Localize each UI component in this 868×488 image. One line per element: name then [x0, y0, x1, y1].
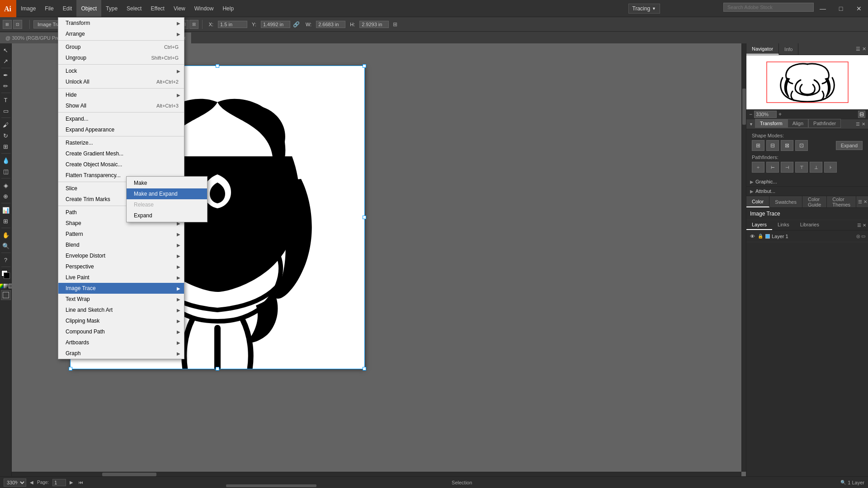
gradient-mode-btn[interactable]	[4, 284, 8, 288]
type-tool[interactable]: T	[1, 95, 11, 105]
menu-type[interactable]: Type	[101, 0, 122, 17]
fit-page-icon[interactable]: ⊟	[858, 111, 865, 118]
pathfinder-panel-options[interactable]: ☰	[856, 122, 860, 127]
symbol-tool[interactable]: ⊕	[1, 191, 11, 201]
submenu-make[interactable]: Make	[127, 178, 207, 188]
menu-item-arrange[interactable]: Arrange ▶	[58, 28, 184, 39]
menu-item-perspective[interactable]: Perspective ▶	[58, 261, 184, 272]
links-tab[interactable]: Links	[772, 220, 795, 230]
menu-item-envelope-distort[interactable]: Envelope Distort ▶	[58, 250, 184, 261]
menu-object[interactable]: Object	[76, 0, 101, 17]
menu-item-line-sketch-art[interactable]: Line and Sketch Art ▶	[58, 305, 184, 315]
navigator-tab[interactable]: Navigator	[746, 43, 779, 55]
menu-item-graph[interactable]: Graph ▶	[58, 348, 184, 359]
menu-effect[interactable]: Effect	[146, 0, 169, 17]
submenu-make-and-expand[interactable]: Make and Expand	[127, 188, 207, 199]
layer-1-row[interactable]: 👁 🔒 Layer 1 ◎ ▭	[746, 230, 868, 242]
gradient-tool[interactable]: ◫	[1, 166, 11, 176]
menu-item-ungroup[interactable]: Ungroup Shift+Ctrl+G	[58, 52, 184, 63]
menu-item-expand-appearance[interactable]: Expand Appearance	[58, 124, 184, 135]
expand-btn[interactable]: Expand	[836, 141, 863, 150]
menu-item-live-paint[interactable]: Live Paint ▶	[58, 272, 184, 283]
collapse-icon[interactable]: ▼	[749, 122, 753, 127]
paintbrush-tool[interactable]: 🖌	[1, 120, 11, 130]
options-icon[interactable]: ⊡	[13, 20, 22, 29]
minus-back-btn[interactable]: ⊦	[824, 162, 837, 173]
menu-item-lock[interactable]: Lock ▶	[58, 66, 184, 76]
menu-item-unlock-all[interactable]: Unlock All Alt+Ctrl+2	[58, 76, 184, 87]
menu-image[interactable]: Image	[16, 0, 40, 17]
search-input[interactable]	[723, 3, 814, 12]
menu-window[interactable]: Window	[190, 0, 218, 17]
attributes-item[interactable]: ▶ Attribut...	[746, 187, 868, 196]
menu-help[interactable]: Help	[218, 0, 238, 17]
zoom-tool[interactable]: 🔍	[1, 241, 11, 251]
zoom-out-icon[interactable]: −	[749, 111, 752, 117]
menu-item-hide[interactable]: Hide ▶	[58, 89, 184, 100]
align-tab[interactable]: Align	[788, 119, 808, 128]
arrange-icon[interactable]: ⊞	[3, 20, 12, 29]
menu-file[interactable]: File	[40, 0, 58, 17]
eyedropper-tool[interactable]: 💧	[1, 155, 11, 165]
swatches-tab[interactable]: Swatches	[769, 196, 802, 207]
search-status-icon[interactable]: 🔍	[840, 480, 846, 485]
rotate-tool[interactable]: ↻	[1, 131, 11, 141]
artboard-tool[interactable]: ⊞	[1, 216, 11, 226]
maximize-button[interactable]: □	[832, 0, 850, 17]
color-themes-tab[interactable]: Color Themes	[827, 196, 856, 207]
intersect-btn[interactable]: ⊠	[781, 140, 793, 151]
question-tool[interactable]: ?	[1, 255, 11, 265]
menu-item-rasterize[interactable]: Rasterize...	[58, 137, 184, 148]
shape-tool[interactable]: ▭	[1, 106, 11, 116]
menu-item-show-all[interactable]: Show All Alt+Ctrl+3	[58, 100, 184, 111]
h-input[interactable]	[359, 21, 389, 28]
horizontal-scrollbar[interactable]	[12, 472, 741, 476]
menu-view[interactable]: View	[169, 0, 190, 17]
menu-item-clipping-mask[interactable]: Clipping Mask ▶	[58, 315, 184, 326]
menu-edit[interactable]: Edit	[58, 0, 77, 17]
zoom-in-icon[interactable]: +	[778, 111, 782, 117]
color-mode-btn[interactable]	[0, 284, 3, 288]
y-input[interactable]	[261, 21, 290, 28]
color-panel-options[interactable]: ☰	[858, 199, 862, 204]
menu-select[interactable]: Select	[122, 0, 146, 17]
x-input[interactable]	[218, 21, 247, 28]
w-input[interactable]	[316, 21, 345, 28]
horizontal-thumb[interactable]	[226, 484, 316, 487]
menu-item-expand[interactable]: Expand...	[58, 113, 184, 124]
select-tool[interactable]: ↖	[1, 45, 11, 55]
layer-lock-icon[interactable]: 🔒	[757, 233, 764, 239]
menu-item-compound-path[interactable]: Compound Path ▶	[58, 326, 184, 337]
blend-tool[interactable]: ◈	[1, 180, 11, 190]
layer-select-icon[interactable]: ▭	[861, 234, 865, 239]
libraries-tab[interactable]: Libraries	[795, 220, 825, 230]
minus-front-btn[interactable]: ⊟	[766, 140, 779, 151]
menu-item-create-gradient-mesh[interactable]: Create Gradient Mesh...	[58, 148, 184, 159]
submenu-expand[interactable]: Expand	[127, 210, 207, 221]
scale-tool[interactable]: ⊞	[1, 141, 11, 151]
menu-item-pattern[interactable]: Pattern ▶	[58, 229, 184, 239]
color-guide-tab[interactable]: Color Guide	[802, 196, 827, 207]
crop-btn[interactable]: ⊤	[795, 162, 808, 173]
stroke-color[interactable]	[4, 272, 10, 279]
page-input[interactable]	[52, 479, 66, 486]
next-page-icon[interactable]: ▶	[70, 480, 73, 485]
trim-btn[interactable]: ⊢	[766, 162, 779, 173]
menu-item-create-object-mosaic[interactable]: Create Object Mosaic...	[58, 159, 184, 170]
menu-item-transform[interactable]: Transform ▶	[58, 18, 184, 28]
merge-btn[interactable]: ⊣	[781, 162, 793, 173]
unite-btn[interactable]: ⊞	[752, 140, 764, 151]
direct-select-tool[interactable]: ↗	[1, 56, 11, 66]
artboard-small-btn[interactable]	[1, 290, 11, 300]
close-button[interactable]: ✕	[850, 0, 868, 17]
menu-item-text-wrap[interactable]: Text Wrap ▶	[58, 294, 184, 305]
outline-btn[interactable]: ⊥	[810, 162, 822, 173]
submenu-release[interactable]: Release	[127, 199, 207, 210]
pen-tool[interactable]: ✒	[1, 70, 11, 80]
prev-page-icon[interactable]: ◀	[30, 480, 33, 485]
layer-visibility-eye[interactable]: 👁	[749, 233, 755, 239]
panel-options-icon[interactable]: ☰	[856, 46, 860, 52]
tracing-dropdown[interactable]: Tracing ▼	[628, 4, 660, 14]
layer-target-icon[interactable]: ◎	[856, 234, 860, 239]
layers-panel-close[interactable]: ✕	[863, 223, 866, 228]
